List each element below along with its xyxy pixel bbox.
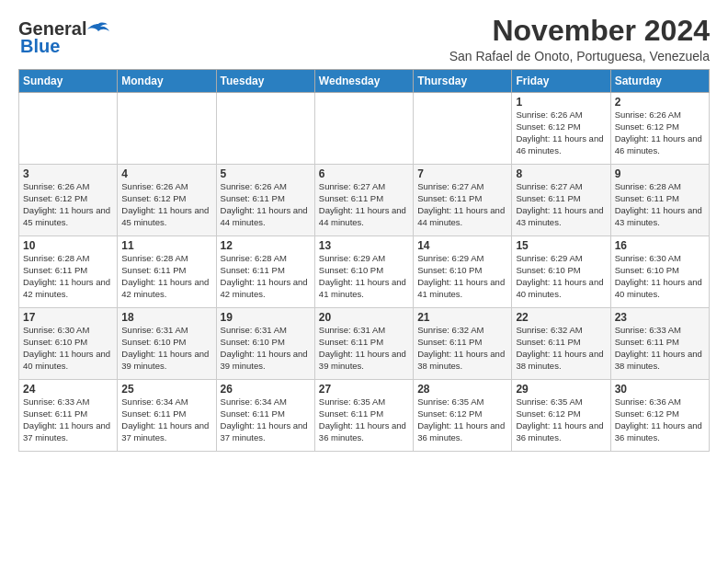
day-cell-3-1: 18 Sunrise: 6:31 AMSunset: 6:10 PMDaylig… [118,308,216,380]
day-number: 8 [516,167,606,180]
day-number: 21 [417,311,507,324]
day-info: Sunrise: 6:32 AMSunset: 6:11 PMDaylight:… [417,325,507,372]
day-info: Sunrise: 6:31 AMSunset: 6:10 PMDaylight:… [221,325,311,372]
day-cell-1-6: 9 Sunrise: 6:28 AMSunset: 6:11 PMDayligh… [610,165,709,236]
day-info: Sunrise: 6:33 AMSunset: 6:11 PMDaylight:… [615,325,705,372]
title-block: November 2024 San Rafael de Onoto, Portu… [449,15,710,63]
header-monday: Monday [118,70,216,93]
day-cell-3-5: 22 Sunrise: 6:32 AMSunset: 6:11 PMDaylig… [512,308,610,380]
day-number: 22 [516,311,606,324]
day-cell-4-5: 29 Sunrise: 6:35 AMSunset: 6:12 PMDaylig… [512,380,610,452]
day-number: 3 [23,167,113,180]
week-row-3: 17 Sunrise: 6:30 AMSunset: 6:10 PMDaylig… [19,308,710,380]
day-cell-0-4 [414,93,512,165]
day-number: 5 [221,167,311,180]
weekday-header-row: Sunday Monday Tuesday Wednesday Thursday… [19,70,710,93]
day-info: Sunrise: 6:34 AMSunset: 6:11 PMDaylight:… [221,396,311,443]
header: General Blue November 2024 San Rafael de… [18,15,710,63]
day-cell-0-3 [314,93,413,165]
day-cell-2-0: 10 Sunrise: 6:28 AMSunset: 6:11 PMDaylig… [19,236,118,308]
day-info: Sunrise: 6:33 AMSunset: 6:11 PMDaylight:… [23,396,113,443]
day-number: 26 [221,383,311,396]
day-cell-3-0: 17 Sunrise: 6:30 AMSunset: 6:10 PMDaylig… [19,308,118,380]
week-row-2: 10 Sunrise: 6:28 AMSunset: 6:11 PMDaylig… [19,236,710,308]
day-number: 29 [516,383,606,396]
day-number: 13 [319,239,409,252]
day-cell-0-0 [19,93,118,165]
day-cell-1-2: 5 Sunrise: 6:26 AMSunset: 6:11 PMDayligh… [216,165,314,236]
header-wednesday: Wednesday [314,70,413,93]
day-info: Sunrise: 6:26 AMSunset: 6:12 PMDaylight:… [615,109,705,156]
week-row-4: 24 Sunrise: 6:33 AMSunset: 6:11 PMDaylig… [19,380,710,452]
day-cell-0-1 [118,93,216,165]
day-info: Sunrise: 6:28 AMSunset: 6:11 PMDaylight:… [23,253,113,300]
day-cell-3-3: 20 Sunrise: 6:31 AMSunset: 6:11 PMDaylig… [314,308,413,380]
day-number: 14 [417,239,507,252]
day-info: Sunrise: 6:28 AMSunset: 6:11 PMDaylight:… [221,253,311,300]
location-subtitle: San Rafael de Onoto, Portuguesa, Venezue… [449,49,710,63]
day-number: 1 [516,96,606,109]
day-cell-4-4: 28 Sunrise: 6:35 AMSunset: 6:12 PMDaylig… [414,380,512,452]
day-info: Sunrise: 6:27 AMSunset: 6:11 PMDaylight:… [516,181,606,228]
day-info: Sunrise: 6:34 AMSunset: 6:11 PMDaylight:… [121,396,211,443]
day-number: 25 [121,383,211,396]
day-info: Sunrise: 6:35 AMSunset: 6:12 PMDaylight:… [417,396,507,443]
day-cell-1-5: 8 Sunrise: 6:27 AMSunset: 6:11 PMDayligh… [512,165,610,236]
day-cell-4-6: 30 Sunrise: 6:36 AMSunset: 6:12 PMDaylig… [610,380,709,452]
day-cell-2-4: 14 Sunrise: 6:29 AMSunset: 6:10 PMDaylig… [414,236,512,308]
day-info: Sunrise: 6:27 AMSunset: 6:11 PMDaylight:… [417,181,507,228]
logo: General Blue [18,18,109,57]
week-row-1: 3 Sunrise: 6:26 AMSunset: 6:12 PMDayligh… [19,165,710,236]
day-number: 15 [516,239,606,252]
day-info: Sunrise: 6:35 AMSunset: 6:11 PMDaylight:… [319,396,409,443]
day-info: Sunrise: 6:28 AMSunset: 6:11 PMDaylight:… [615,181,705,228]
day-info: Sunrise: 6:32 AMSunset: 6:11 PMDaylight:… [516,325,606,372]
day-cell-0-6: 2 Sunrise: 6:26 AMSunset: 6:12 PMDayligh… [610,93,709,165]
day-number: 20 [319,311,409,324]
day-cell-2-2: 12 Sunrise: 6:28 AMSunset: 6:11 PMDaylig… [216,236,314,308]
day-number: 30 [615,383,705,396]
day-number: 12 [221,239,311,252]
day-cell-0-2 [216,93,314,165]
day-info: Sunrise: 6:36 AMSunset: 6:12 PMDaylight:… [615,396,705,443]
day-info: Sunrise: 6:31 AMSunset: 6:10 PMDaylight:… [121,325,211,372]
day-info: Sunrise: 6:26 AMSunset: 6:12 PMDaylight:… [121,181,211,228]
day-number: 11 [121,239,211,252]
logo-bird-icon [87,22,109,39]
calendar-table: Sunday Monday Tuesday Wednesday Thursday… [18,69,710,452]
day-info: Sunrise: 6:28 AMSunset: 6:11 PMDaylight:… [121,253,211,300]
day-cell-2-6: 16 Sunrise: 6:30 AMSunset: 6:10 PMDaylig… [610,236,709,308]
week-row-0: 1 Sunrise: 6:26 AMSunset: 6:12 PMDayligh… [19,93,710,165]
day-number: 27 [319,383,409,396]
day-number: 6 [319,167,409,180]
day-number: 9 [615,167,705,180]
day-cell-3-6: 23 Sunrise: 6:33 AMSunset: 6:11 PMDaylig… [610,308,709,380]
day-number: 28 [417,383,507,396]
day-cell-4-2: 26 Sunrise: 6:34 AMSunset: 6:11 PMDaylig… [216,380,314,452]
header-saturday: Saturday [610,70,709,93]
day-info: Sunrise: 6:26 AMSunset: 6:12 PMDaylight:… [23,181,113,228]
header-tuesday: Tuesday [216,70,314,93]
header-thursday: Thursday [414,70,512,93]
day-number: 2 [615,96,705,109]
day-info: Sunrise: 6:29 AMSunset: 6:10 PMDaylight:… [417,253,507,300]
day-cell-0-5: 1 Sunrise: 6:26 AMSunset: 6:12 PMDayligh… [512,93,610,165]
day-info: Sunrise: 6:35 AMSunset: 6:12 PMDaylight:… [516,396,606,443]
day-info: Sunrise: 6:29 AMSunset: 6:10 PMDaylight:… [319,253,409,300]
day-number: 4 [121,167,211,180]
day-info: Sunrise: 6:26 AMSunset: 6:12 PMDaylight:… [516,109,606,156]
day-cell-4-0: 24 Sunrise: 6:33 AMSunset: 6:11 PMDaylig… [19,380,118,452]
day-number: 18 [121,311,211,324]
day-cell-1-1: 4 Sunrise: 6:26 AMSunset: 6:12 PMDayligh… [118,165,216,236]
day-info: Sunrise: 6:31 AMSunset: 6:11 PMDaylight:… [319,325,409,372]
day-number: 10 [23,239,113,252]
day-cell-3-2: 19 Sunrise: 6:31 AMSunset: 6:10 PMDaylig… [216,308,314,380]
day-number: 16 [615,239,705,252]
day-cell-1-3: 6 Sunrise: 6:27 AMSunset: 6:11 PMDayligh… [314,165,413,236]
day-cell-1-4: 7 Sunrise: 6:27 AMSunset: 6:11 PMDayligh… [414,165,512,236]
day-info: Sunrise: 6:27 AMSunset: 6:11 PMDaylight:… [319,181,409,228]
month-title: November 2024 [449,15,710,47]
day-cell-2-5: 15 Sunrise: 6:29 AMSunset: 6:10 PMDaylig… [512,236,610,308]
day-info: Sunrise: 6:26 AMSunset: 6:11 PMDaylight:… [221,181,311,228]
header-friday: Friday [512,70,610,93]
